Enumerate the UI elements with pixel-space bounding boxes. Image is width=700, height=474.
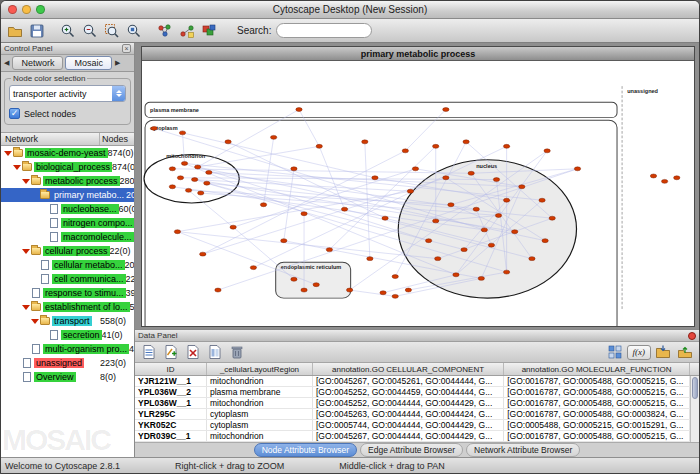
graph-node[interactable] bbox=[488, 243, 494, 247]
formula-builder-button[interactable]: f(x) bbox=[627, 345, 652, 360]
tab-network-attribute-browser[interactable]: Network Attribute Browser bbox=[466, 443, 580, 457]
zoom-in-icon[interactable] bbox=[58, 21, 78, 41]
table-row[interactable]: YPL036W__2plasma membrane[GO:0045252, GO… bbox=[135, 387, 699, 398]
graph-node[interactable] bbox=[341, 207, 347, 211]
select-all-attributes-icon[interactable] bbox=[205, 342, 225, 362]
table-row[interactable]: YPL036W__1mitochondrion[GO:0045252, GO:0… bbox=[135, 398, 699, 409]
graph-node[interactable] bbox=[195, 165, 201, 169]
graph-node[interactable] bbox=[346, 288, 352, 292]
graph-node[interactable] bbox=[392, 294, 398, 298]
select-nodes-checkbox[interactable]: ✓ bbox=[9, 108, 20, 119]
tree-row[interactable]: mosaic-demo-yeast874(0) bbox=[1, 146, 134, 160]
table-row[interactable]: YKR052Ccytoplasm[GO:0005744, GO:0044444,… bbox=[135, 420, 699, 431]
tree-row[interactable]: macromolecule...311(0) bbox=[1, 230, 134, 244]
graph-node[interactable] bbox=[650, 174, 656, 178]
tab-mosaic[interactable]: Mosaic bbox=[65, 56, 112, 70]
trash-icon[interactable] bbox=[227, 342, 247, 362]
tab-scroll-right-icon[interactable]: ▶ bbox=[114, 59, 121, 67]
graph-node[interactable] bbox=[425, 239, 431, 243]
table-row[interactable]: YJR121W__1mitochondrion[GO:0045267, GO:0… bbox=[135, 376, 699, 387]
zoom-window-icon[interactable] bbox=[36, 5, 45, 14]
expander-icon[interactable] bbox=[22, 177, 30, 185]
graph-node[interactable] bbox=[478, 276, 484, 280]
attribute-table-header[interactable]: ID_cellularLayoutRegionannotation.GO CEL… bbox=[135, 363, 699, 376]
graph-node[interactable] bbox=[225, 140, 231, 144]
tree-row[interactable]: nucleobase...60(0) bbox=[1, 202, 134, 216]
graph-node[interactable] bbox=[260, 203, 266, 207]
zoom-out-icon[interactable] bbox=[80, 21, 100, 41]
graph-node[interactable] bbox=[433, 219, 439, 223]
graph-node[interactable] bbox=[281, 239, 287, 243]
graph-node[interactable] bbox=[151, 126, 157, 130]
graph-node[interactable] bbox=[313, 283, 319, 287]
graph-node[interactable] bbox=[407, 189, 413, 193]
float-panel-icon[interactable] bbox=[688, 332, 696, 340]
tab-network[interactable]: Network bbox=[12, 56, 63, 70]
tree-header[interactable]: Network Nodes bbox=[1, 132, 134, 146]
table-row[interactable]: YLR295Ccytoplasm[GO:0045263, GO:0044444,… bbox=[135, 409, 699, 420]
graph-node[interactable] bbox=[481, 228, 487, 232]
column-header[interactable]: annotation.GO CELLULAR_COMPONENT bbox=[313, 363, 504, 375]
expander-icon[interactable] bbox=[31, 317, 39, 325]
graph-node[interactable] bbox=[380, 291, 386, 295]
expander-icon[interactable] bbox=[13, 163, 21, 171]
graph-node[interactable] bbox=[179, 131, 185, 135]
tree-row[interactable]: response to stimu...39(0) bbox=[1, 286, 134, 300]
graph-node[interactable] bbox=[392, 275, 398, 279]
table-scrollbar[interactable] bbox=[690, 376, 699, 442]
tree-row[interactable]: metabolic process280(0) bbox=[1, 174, 134, 188]
tab-node-attribute-browser[interactable]: Node Attribute Browser bbox=[254, 443, 357, 457]
close-panel-icon[interactable]: × bbox=[122, 44, 131, 53]
graph-node[interactable] bbox=[574, 167, 580, 171]
column-nodes[interactable]: Nodes bbox=[100, 133, 134, 145]
graph-node[interactable] bbox=[503, 198, 509, 202]
scrollbar-thumb[interactable] bbox=[692, 377, 698, 399]
export-attributes-icon[interactable] bbox=[675, 342, 695, 362]
graph-node[interactable] bbox=[519, 185, 525, 189]
graph-node[interactable] bbox=[529, 257, 535, 261]
graph-node[interactable] bbox=[503, 144, 509, 148]
graph-node[interactable] bbox=[301, 288, 307, 292]
graph-node[interactable] bbox=[542, 239, 548, 243]
column-header[interactable]: _cellularLayoutRegion bbox=[207, 363, 313, 375]
graph-node[interactable] bbox=[405, 288, 411, 292]
graph-edge[interactable] bbox=[350, 290, 396, 296]
graph-node[interactable] bbox=[362, 140, 368, 144]
minimize-window-icon[interactable] bbox=[22, 5, 31, 14]
graph-node[interactable] bbox=[367, 257, 373, 261]
attribute-dropdown[interactable]: transporter activity bbox=[9, 85, 126, 102]
graph-node[interactable] bbox=[271, 135, 277, 139]
graph-node[interactable] bbox=[512, 230, 518, 234]
tree-row[interactable]: transport558(0) bbox=[1, 314, 134, 328]
graph-node[interactable] bbox=[493, 178, 499, 182]
create-attribute-icon[interactable] bbox=[161, 342, 181, 362]
column-header[interactable]: annotation.GO MOLECULAR_FUNCTION bbox=[504, 363, 690, 375]
graph-node[interactable] bbox=[316, 144, 322, 148]
graph-node[interactable] bbox=[198, 191, 204, 195]
tab-edge-attribute-browser[interactable]: Edge Attribute Browser bbox=[360, 443, 463, 457]
graph-node[interactable] bbox=[473, 207, 479, 211]
import-attributes-icon[interactable] bbox=[653, 342, 673, 362]
table-row[interactable]: YDR039C__1mitochondrion[GO:0045267, GO:0… bbox=[135, 431, 699, 442]
graph-node[interactable] bbox=[204, 181, 210, 185]
graph-node[interactable] bbox=[250, 266, 256, 270]
zoom-selected-icon[interactable] bbox=[102, 21, 122, 41]
graph-node[interactable] bbox=[177, 176, 183, 180]
search-input[interactable] bbox=[276, 23, 372, 38]
graph-node[interactable] bbox=[443, 176, 449, 180]
tree-row[interactable]: Overview8(0) bbox=[1, 370, 134, 384]
delete-attribute-icon[interactable] bbox=[183, 342, 203, 362]
tree-row[interactable]: primary metabo...209(0) bbox=[1, 188, 134, 202]
tree-row[interactable]: secretion41(0) bbox=[1, 328, 134, 342]
graph-node[interactable] bbox=[206, 170, 212, 174]
tree-row[interactable]: cellular metabo...206(0) bbox=[1, 258, 134, 272]
expander-icon[interactable] bbox=[4, 149, 12, 157]
zoom-fit-icon[interactable] bbox=[124, 21, 144, 41]
graph-node[interactable] bbox=[435, 257, 441, 261]
column-network[interactable]: Network bbox=[1, 133, 100, 145]
graph-node[interactable] bbox=[402, 149, 408, 153]
tab-scroll-left-icon[interactable]: ◀ bbox=[3, 59, 10, 67]
tree-row[interactable]: cell communica...22(0) bbox=[1, 272, 134, 286]
graph-node[interactable] bbox=[372, 176, 378, 180]
graph-node[interactable] bbox=[503, 270, 509, 274]
